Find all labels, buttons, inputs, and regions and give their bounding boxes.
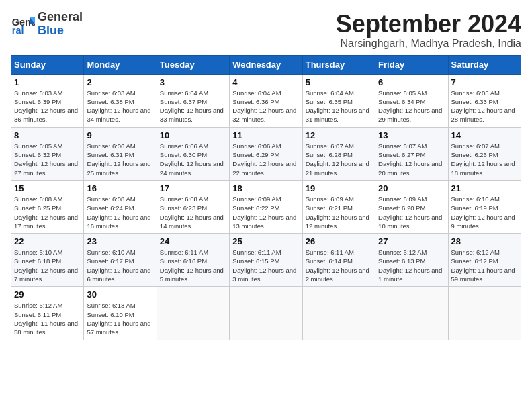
calendar-cell: 23 Sunrise: 6:10 AM Sunset: 6:17 PM Dayl…	[84, 234, 157, 287]
calendar-cell: 21 Sunrise: 6:10 AM Sunset: 6:19 PM Dayl…	[448, 180, 521, 233]
day-info: Sunrise: 6:10 AM Sunset: 6:18 PM Dayligh…	[14, 248, 81, 283]
day-number: 5	[306, 77, 372, 87]
title-block: September 2024 Narsinghgarh, Madhya Prad…	[336, 11, 521, 50]
calendar-cell: 29 Sunrise: 6:12 AM Sunset: 6:11 PM Dayl…	[11, 287, 84, 340]
day-number: 9	[87, 130, 153, 140]
day-info: Sunrise: 6:08 AM Sunset: 6:24 PM Dayligh…	[87, 195, 153, 230]
calendar-cell: 13 Sunrise: 6:07 AM Sunset: 6:27 PM Dayl…	[375, 127, 448, 180]
calendar-cell: 8 Sunrise: 6:05 AM Sunset: 6:32 PM Dayli…	[11, 127, 84, 180]
day-number: 30	[87, 289, 153, 300]
day-info: Sunrise: 6:04 AM Sunset: 6:37 PM Dayligh…	[160, 89, 226, 124]
calendar-table: SundayMondayTuesdayWednesdayThursdayFrid…	[11, 55, 521, 340]
day-info: Sunrise: 6:09 AM Sunset: 6:20 PM Dayligh…	[378, 195, 445, 230]
day-info: Sunrise: 6:10 AM Sunset: 6:17 PM Dayligh…	[87, 248, 153, 283]
calendar-cell: 9 Sunrise: 6:06 AM Sunset: 6:31 PM Dayli…	[84, 127, 157, 180]
calendar-cell: 1 Sunrise: 6:03 AM Sunset: 6:39 PM Dayli…	[11, 74, 84, 127]
calendar-cell: 15 Sunrise: 6:08 AM Sunset: 6:25 PM Dayl…	[11, 180, 84, 233]
day-info: Sunrise: 6:05 AM Sunset: 6:33 PM Dayligh…	[451, 89, 518, 124]
calendar-cell: 14 Sunrise: 6:07 AM Sunset: 6:26 PM Dayl…	[448, 127, 521, 180]
day-info: Sunrise: 6:11 AM Sunset: 6:16 PM Dayligh…	[160, 248, 226, 283]
calendar-cell: 25 Sunrise: 6:11 AM Sunset: 6:15 PM Dayl…	[230, 234, 302, 287]
day-info: Sunrise: 6:04 AM Sunset: 6:35 PM Dayligh…	[306, 89, 372, 124]
calendar-cell: 19 Sunrise: 6:09 AM Sunset: 6:21 PM Dayl…	[302, 180, 375, 233]
calendar-cell: 6 Sunrise: 6:05 AM Sunset: 6:34 PM Dayli…	[375, 74, 448, 127]
day-number: 26	[306, 236, 372, 246]
day-number: 18	[232, 183, 299, 193]
calendar-header: SundayMondayTuesdayWednesdayThursdayFrid…	[11, 55, 521, 74]
calendar-week-1: 1 Sunrise: 6:03 AM Sunset: 6:39 PM Dayli…	[11, 74, 521, 127]
day-info: Sunrise: 6:06 AM Sunset: 6:31 PM Dayligh…	[87, 142, 153, 177]
col-header-wednesday: Wednesday	[230, 55, 302, 74]
calendar-week-5: 29 Sunrise: 6:12 AM Sunset: 6:11 PM Dayl…	[11, 287, 521, 340]
calendar-cell: 16 Sunrise: 6:08 AM Sunset: 6:24 PM Dayl…	[84, 180, 157, 233]
day-number: 15	[14, 183, 81, 193]
calendar-cell	[230, 287, 302, 340]
col-header-saturday: Saturday	[448, 55, 521, 74]
day-number: 20	[378, 183, 445, 193]
day-info: Sunrise: 6:08 AM Sunset: 6:25 PM Dayligh…	[14, 195, 81, 230]
calendar-cell: 20 Sunrise: 6:09 AM Sunset: 6:20 PM Dayl…	[375, 180, 448, 233]
day-info: Sunrise: 6:12 AM Sunset: 6:11 PM Dayligh…	[14, 301, 81, 336]
calendar-cell: 10 Sunrise: 6:06 AM Sunset: 6:30 PM Dayl…	[157, 127, 229, 180]
calendar-cell: 27 Sunrise: 6:12 AM Sunset: 6:13 PM Dayl…	[375, 234, 448, 287]
day-info: Sunrise: 6:09 AM Sunset: 6:21 PM Dayligh…	[306, 195, 372, 230]
calendar-cell: 24 Sunrise: 6:11 AM Sunset: 6:16 PM Dayl…	[157, 234, 229, 287]
day-number: 12	[306, 130, 372, 140]
logo: Gene ral General Blue	[11, 11, 83, 38]
calendar-cell	[375, 287, 448, 340]
calendar-week-3: 15 Sunrise: 6:08 AM Sunset: 6:25 PM Dayl…	[11, 180, 521, 233]
calendar-cell: 11 Sunrise: 6:06 AM Sunset: 6:29 PM Dayl…	[230, 127, 302, 180]
day-info: Sunrise: 6:12 AM Sunset: 6:13 PM Dayligh…	[378, 248, 445, 283]
day-info: Sunrise: 6:12 AM Sunset: 6:12 PM Dayligh…	[451, 248, 518, 283]
day-number: 29	[14, 289, 81, 300]
day-number: 16	[87, 183, 153, 193]
calendar-body: 1 Sunrise: 6:03 AM Sunset: 6:39 PM Dayli…	[11, 74, 521, 340]
calendar-cell: 5 Sunrise: 6:04 AM Sunset: 6:35 PM Dayli…	[302, 74, 375, 127]
calendar-cell: 28 Sunrise: 6:12 AM Sunset: 6:12 PM Dayl…	[448, 234, 521, 287]
day-number: 25	[232, 236, 299, 246]
day-info: Sunrise: 6:06 AM Sunset: 6:29 PM Dayligh…	[232, 142, 299, 177]
day-info: Sunrise: 6:06 AM Sunset: 6:30 PM Dayligh…	[160, 142, 226, 177]
calendar-cell: 30 Sunrise: 6:13 AM Sunset: 6:10 PM Dayl…	[84, 287, 157, 340]
calendar-cell: 18 Sunrise: 6:09 AM Sunset: 6:22 PM Dayl…	[230, 180, 302, 233]
day-info: Sunrise: 6:11 AM Sunset: 6:14 PM Dayligh…	[306, 248, 372, 283]
day-info: Sunrise: 6:04 AM Sunset: 6:36 PM Dayligh…	[232, 89, 299, 124]
day-number: 24	[160, 236, 226, 246]
calendar-cell	[302, 287, 375, 340]
header-row: SundayMondayTuesdayWednesdayThursdayFrid…	[11, 55, 521, 74]
location-subtitle: Narsinghgarh, Madhya Pradesh, India	[336, 38, 521, 50]
day-info: Sunrise: 6:05 AM Sunset: 6:34 PM Dayligh…	[378, 89, 445, 124]
day-number: 11	[232, 130, 299, 140]
day-number: 8	[14, 130, 81, 140]
day-number: 13	[378, 130, 445, 140]
day-number: 1	[14, 77, 81, 87]
day-number: 27	[378, 236, 445, 246]
col-header-sunday: Sunday	[11, 55, 84, 74]
day-number: 6	[378, 77, 445, 87]
day-info: Sunrise: 6:09 AM Sunset: 6:22 PM Dayligh…	[232, 195, 299, 230]
day-info: Sunrise: 6:10 AM Sunset: 6:19 PM Dayligh…	[451, 195, 518, 230]
day-number: 3	[160, 77, 226, 87]
day-number: 2	[87, 77, 153, 87]
col-header-monday: Monday	[84, 55, 157, 74]
calendar-cell: 17 Sunrise: 6:08 AM Sunset: 6:23 PM Dayl…	[157, 180, 229, 233]
day-info: Sunrise: 6:03 AM Sunset: 6:38 PM Dayligh…	[87, 89, 153, 124]
day-number: 23	[87, 236, 153, 246]
col-header-tuesday: Tuesday	[157, 55, 229, 74]
calendar-cell: 22 Sunrise: 6:10 AM Sunset: 6:18 PM Dayl…	[11, 234, 84, 287]
day-number: 19	[306, 183, 372, 193]
svg-text:ral: ral	[12, 25, 24, 36]
day-info: Sunrise: 6:11 AM Sunset: 6:15 PM Dayligh…	[232, 248, 299, 283]
col-header-thursday: Thursday	[302, 55, 375, 74]
day-number: 10	[160, 130, 226, 140]
day-info: Sunrise: 6:13 AM Sunset: 6:10 PM Dayligh…	[87, 301, 153, 336]
day-info: Sunrise: 6:07 AM Sunset: 6:27 PM Dayligh…	[378, 142, 445, 177]
page-header: Gene ral General Blue September 2024 Nar…	[11, 11, 521, 50]
month-year-title: September 2024	[336, 11, 521, 38]
day-info: Sunrise: 6:05 AM Sunset: 6:32 PM Dayligh…	[14, 142, 81, 177]
calendar-week-2: 8 Sunrise: 6:05 AM Sunset: 6:32 PM Dayli…	[11, 127, 521, 180]
calendar-cell: 4 Sunrise: 6:04 AM Sunset: 6:36 PM Dayli…	[230, 74, 302, 127]
calendar-cell: 12 Sunrise: 6:07 AM Sunset: 6:28 PM Dayl…	[302, 127, 375, 180]
calendar-cell: 26 Sunrise: 6:11 AM Sunset: 6:14 PM Dayl…	[302, 234, 375, 287]
calendar-cell	[157, 287, 229, 340]
